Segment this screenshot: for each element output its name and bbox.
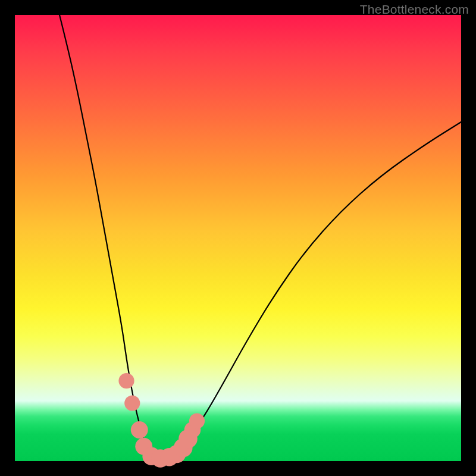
marker-dot — [124, 395, 140, 411]
watermark-text: TheBottleneck.com — [360, 2, 469, 17]
marker-dot — [189, 413, 205, 428]
bottleneck-curve — [60, 15, 461, 458]
marker-dot — [131, 421, 148, 439]
marker-dot — [118, 373, 134, 389]
outer-frame: TheBottleneck.com — [0, 0, 476, 476]
curve-svg — [15, 15, 461, 461]
plot-area — [15, 15, 461, 461]
